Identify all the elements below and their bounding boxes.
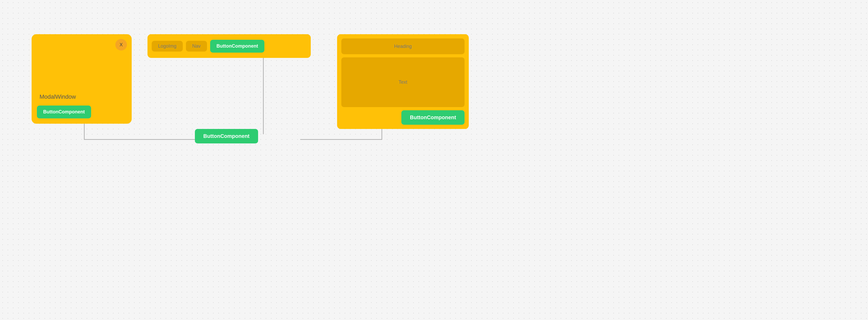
modal-title: ModalWindow <box>39 93 76 100</box>
modal-button-component[interactable]: ButtonComponent <box>37 105 91 119</box>
content-card-bottom: ButtonComponent <box>341 110 465 125</box>
content-heading: Heading <box>341 38 465 54</box>
floating-button-component[interactable]: ButtonComponent <box>195 129 258 143</box>
navbar-button-component[interactable]: ButtonComponent <box>210 40 265 53</box>
content-text: Text <box>341 57 465 107</box>
content-button-component[interactable]: ButtonComponent <box>401 110 465 125</box>
modal-window-card: X ModalWindow ButtonComponent <box>32 34 132 124</box>
navbar-logo: LogoImg <box>152 41 183 52</box>
content-inner: Text <box>341 57 465 107</box>
close-button[interactable]: X <box>115 39 127 51</box>
navbar-nav: Nav <box>186 41 207 52</box>
content-card: Heading Text ButtonComponent <box>337 34 469 129</box>
navbar-card: LogoImg Nav ButtonComponent <box>148 34 311 58</box>
floating-button-label[interactable]: ButtonComponent <box>195 129 258 143</box>
diagram-canvas: X ModalWindow ButtonComponent LogoImg Na… <box>0 0 868 320</box>
